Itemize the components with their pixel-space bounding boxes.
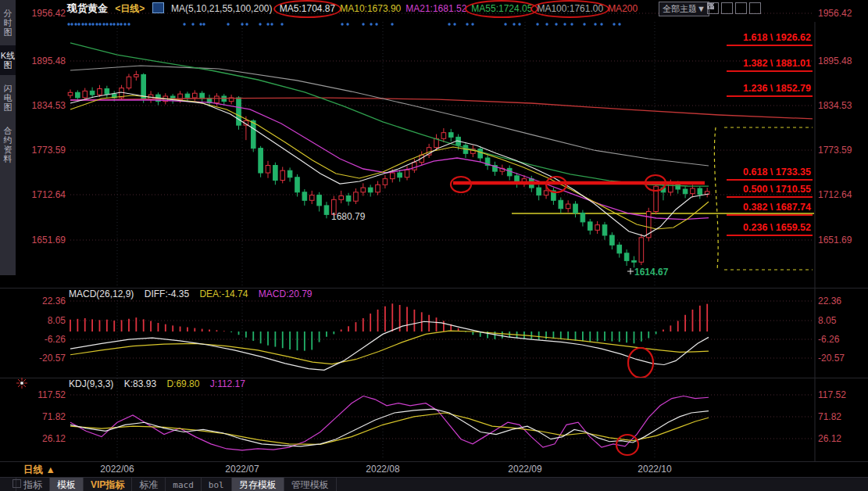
axis-tick-label: 22.36	[818, 296, 866, 306]
main-chart-icon[interactable]	[721, 2, 733, 14]
kdj-k-value: K:83.93	[124, 378, 156, 389]
symbol-name: 现货黄金	[67, 2, 108, 14]
theme-dropdown-button[interactable]: 全部主题▼	[659, 2, 709, 16]
axis-tick-label: 22.36	[20, 296, 66, 306]
sidebar-item-K线图[interactable]: K线图	[0, 45, 16, 75]
axis-tick-label: -6.26	[20, 334, 66, 345]
fib-level-label: 0.500 \ 1710.55	[717, 184, 811, 195]
ma-values: MA5:1704.87MA10:1673.90MA21:1681.52MA55:…	[280, 3, 642, 14]
trading-terminal-window: 分时图K线图闪电图合约资料 现货黄金 <日线> MA(5,10,21,55,10…	[0, 0, 868, 491]
fib-level-label: 1.236 \ 1852.79	[717, 83, 811, 94]
ma-value: MA5:1704.87	[280, 3, 335, 14]
fib-level-label: 0.618 \ 1733.35	[717, 167, 811, 177]
axis-tick-label: 1651.69	[818, 235, 866, 246]
fib-level-line	[727, 70, 813, 72]
sidebar-item-合约资料[interactable]: 合约资料	[0, 120, 16, 169]
sidebar-item-闪电图[interactable]: 闪电图	[0, 78, 16, 117]
top-toolbar: 现货黄金 <日线> MA(5,10,21,55,100,200) MA5:170…	[67, 2, 647, 16]
ma-value: MA10:1673.90	[340, 3, 401, 14]
export-icon[interactable]	[749, 2, 761, 14]
ma-value: MA21:1681.52	[405, 3, 466, 14]
left-sidebar: 分时图K线图闪电图合约资料	[0, 0, 16, 275]
kdj-header: KDJ(9,3,3) K:83.93 D:69.80 J:112.17	[69, 378, 253, 389]
kdj-title: KDJ(9,3,3)	[69, 378, 113, 389]
axis-tick-label: 8.05	[20, 315, 66, 326]
ma-value: MA55:1724.05	[471, 3, 532, 14]
red-circle-annotation	[273, 0, 341, 18]
axis-tick-label: -6.26	[818, 334, 866, 345]
bottom-tab-管理模板[interactable]: 管理模板	[284, 478, 337, 491]
x-axis-row: 日线 ▲ 2022/062022/072022/082022/092022/10…	[0, 462, 868, 477]
axis-tick-label: 1895.48	[20, 56, 66, 66]
x-axis-label: 2022/06	[100, 464, 134, 475]
swing-low-label-sept: 1614.67	[634, 267, 668, 278]
x-axis-label: 2022/07	[225, 464, 259, 475]
layout-grid-icon[interactable]	[707, 2, 719, 14]
macd-title: MACD(26,12,9)	[69, 289, 134, 299]
fib-level-line	[727, 45, 813, 46]
fib-level-label: 1.618 \ 1926.62	[717, 32, 811, 43]
swing-low-label-july: 1680.79	[331, 211, 365, 222]
bottom-tab-标准[interactable]: 标准	[132, 478, 166, 491]
axis-tick-label: 71.82	[20, 411, 66, 422]
fib-level-label: 1.382 \ 1881.01	[717, 58, 811, 69]
axis-tick-label: 1956.42	[20, 8, 66, 19]
ma-params-label: MA(5,10,21,55,100,200)	[171, 3, 272, 14]
red-circle-annotation	[530, 0, 609, 18]
axis-tick-label: 1895.48	[818, 56, 866, 66]
axis-tick-label: 8.05	[818, 315, 866, 326]
ma-value: MA200	[608, 3, 638, 14]
axis-tick-label: 1834.53	[818, 100, 866, 111]
triangle-up-icon: ▲	[45, 464, 55, 475]
bottom-tab-模板[interactable]: 模板	[50, 478, 84, 491]
sidebar-item-分时图[interactable]: 分时图	[0, 3, 16, 42]
macd-header: MACD(26,12,9) DIFF:-4.35 DEA:-14.74 MACD…	[69, 289, 320, 299]
axis-tick-label: 117.52	[20, 389, 66, 400]
axis-tick-label: -20.57	[818, 353, 866, 364]
axis-tick-label: 26.12	[818, 433, 866, 444]
axis-tick-label: 71.82	[818, 411, 866, 422]
ma-value: MA100:1761.00	[537, 3, 603, 14]
bottom-tab-macd[interactable]: macd	[166, 478, 202, 491]
axis-tick-label: 1712.64	[818, 189, 866, 200]
axis-tick-label: 1773.59	[818, 145, 866, 156]
fib-level-label: 0.236 \ 1659.52	[717, 222, 811, 233]
x-axis-label: 2022/08	[366, 464, 399, 475]
x-axis-label: 2022/09	[508, 464, 541, 475]
fib-level-label: 0.382 \ 1687.74	[717, 202, 811, 213]
chart-canvas	[0, 0, 868, 491]
red-circle-annotation	[465, 0, 538, 18]
indicator-window-icon[interactable]	[735, 2, 747, 14]
axis-tick-label: 117.52	[818, 389, 866, 400]
macd-diff-value: DIFF:-4.35	[145, 289, 189, 299]
kdj-j-value: J:112.17	[210, 378, 245, 389]
fib-level-line	[727, 196, 813, 198]
axis-tick-label: 1712.64	[20, 189, 66, 200]
fib-level-line	[727, 214, 813, 216]
fib-level-line	[727, 179, 813, 181]
macd-macd-value: MACD:20.79	[259, 289, 313, 299]
x-axis-label: 2022/10	[638, 464, 671, 475]
period-selector[interactable]: 日线 ▲	[23, 464, 55, 477]
axis-tick-label: -20.57	[20, 353, 66, 364]
bottom-tab-bol[interactable]: bol	[202, 478, 232, 491]
axis-tick-label: 1956.42	[818, 8, 866, 19]
bottom-tab-bar: 指标模板VIP指标标准macdbol另存模板管理模板	[0, 477, 868, 491]
fib-level-line	[727, 235, 813, 236]
corner-box-icon[interactable]	[13, 479, 21, 488]
axis-tick-label: 1834.53	[20, 100, 66, 111]
axis-tick-label: 1651.69	[20, 235, 66, 246]
kdj-d-value: D:69.80	[166, 378, 199, 389]
window-controls	[707, 2, 761, 14]
fib-level-line	[727, 95, 813, 97]
bottom-tab-VIP指标[interactable]: VIP指标	[84, 478, 132, 491]
axis-tick-label: 1773.59	[20, 145, 66, 156]
kline-icon	[152, 2, 164, 13]
kdj-settings-icon[interactable]	[16, 378, 27, 389]
period-label[interactable]: <日线>	[115, 3, 145, 14]
bottom-tab-另存模板[interactable]: 另存模板	[232, 478, 284, 491]
axis-tick-label: 26.12	[20, 433, 66, 444]
macd-dea-value: DEA:-14.74	[199, 289, 248, 299]
